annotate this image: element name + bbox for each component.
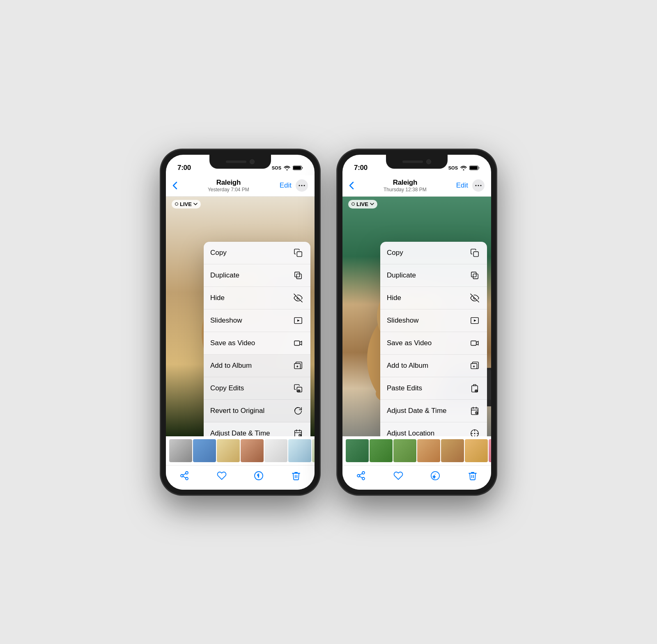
nav-subtitle-right: Thursday 12:38 PM [384, 187, 427, 193]
svg-rect-97 [473, 274, 478, 279]
notch-left [209, 155, 271, 169]
svg-point-126 [431, 472, 439, 480]
menu-item-slideshow-right[interactable]: Slideshow [380, 309, 487, 332]
video-icon-left [292, 337, 304, 349]
copy-edits-icon-left [292, 383, 304, 394]
nav-title-block-right: Raleigh Thursday 12:38 PM [384, 179, 427, 193]
chevron-down-icon-left [193, 203, 198, 205]
menu-item-addalbum-left[interactable]: Add to Album [204, 355, 310, 377]
thumbnail-7-left[interactable] [312, 439, 315, 462]
svg-point-4 [301, 185, 303, 186]
album-icon-right [469, 360, 480, 371]
edit-button-right[interactable]: Edit [456, 181, 468, 190]
svg-point-58 [463, 169, 464, 170]
svg-rect-96 [473, 252, 478, 257]
status-sos-left: SOS [272, 165, 281, 170]
video-icon-right [469, 337, 480, 349]
favorite-button-right[interactable] [389, 467, 407, 485]
context-menu-right: Copy Duplicate [380, 242, 487, 436]
menu-item-hide-left[interactable]: Hide [204, 287, 310, 309]
nav-actions-left: Edit [280, 179, 308, 192]
more-button-right[interactable] [472, 179, 485, 192]
thumbnail-5-right[interactable] [441, 439, 464, 462]
thumbnail-7-right[interactable] [489, 439, 491, 462]
svg-point-118 [474, 433, 475, 434]
svg-rect-30 [294, 341, 300, 345]
thumbnail-strip-right [342, 436, 491, 465]
menu-item-location-right[interactable]: Adjust Location [380, 422, 487, 436]
thumbnail-6-right[interactable] [465, 439, 488, 462]
slideshow-icon-left [292, 315, 304, 326]
paste-edits-icon-right [469, 383, 480, 394]
svg-point-61 [475, 185, 476, 186]
svg-point-127 [435, 474, 436, 474]
svg-line-116 [477, 413, 477, 413]
hide-icon-right [469, 292, 480, 304]
thumbnail-3-right[interactable] [393, 439, 416, 462]
menu-item-revert-left[interactable]: Revert to Original [204, 400, 310, 422]
menu-item-slideshow-left[interactable]: Slideshow [204, 309, 310, 332]
menu-item-savevideo-left[interactable]: Save as Video [204, 332, 310, 355]
menu-item-duplicate-left[interactable]: Duplicate [204, 264, 310, 287]
delete-button-left[interactable] [287, 467, 305, 485]
svg-point-125 [362, 477, 365, 480]
iphone-right-screen: 7:00 SOS [342, 155, 491, 490]
speaker-left [226, 160, 246, 163]
thumbnail-4-left[interactable] [241, 439, 264, 462]
status-icons-right: SOS [448, 165, 480, 170]
location-icon-right [469, 428, 480, 436]
thumbnail-3-left[interactable] [217, 439, 240, 462]
chevron-down-icon-right [370, 203, 374, 205]
svg-line-44 [300, 435, 301, 435]
menu-item-copy-left[interactable]: Copy [204, 242, 310, 264]
iphone-right: 7:00 SOS [337, 149, 497, 495]
thumbnail-4-right[interactable] [417, 439, 440, 462]
back-button-right[interactable] [349, 181, 354, 190]
duplicate-icon-left [292, 270, 304, 281]
slideshow-icon-right [469, 315, 480, 326]
menu-item-hide-right[interactable]: Hide [380, 287, 487, 309]
nav-bar-right: Raleigh Thursday 12:38 PM Edit [342, 175, 491, 197]
iphone-left: 7:00 SOS [160, 149, 320, 495]
thumbnail-5-left[interactable] [264, 439, 287, 462]
datetime-icon-right [469, 405, 480, 417]
menu-item-copy-right[interactable]: Copy [380, 242, 487, 264]
live-dot-right [351, 202, 355, 206]
menu-item-copyedits-left[interactable]: Copy Edits [204, 377, 310, 400]
menu-item-datetime-left[interactable]: Adjust Date & Time [204, 422, 310, 436]
live-badge-left[interactable]: LIVE [172, 200, 201, 209]
thumbnail-1-left[interactable] [169, 439, 192, 462]
thumbnail-1-right[interactable] [346, 439, 369, 462]
svg-point-0 [287, 169, 288, 170]
copy-icon-right [469, 247, 480, 259]
info-button-right[interactable] [426, 467, 444, 485]
more-button-left[interactable] [296, 179, 308, 192]
thumbnail-6-left[interactable] [288, 439, 311, 462]
photo-area-right: LIVE Copy [342, 197, 491, 436]
nav-title-left: Raleigh [208, 179, 249, 187]
back-button-left[interactable] [172, 181, 177, 190]
thumbnail-2-left[interactable] [193, 439, 216, 462]
share-button-left[interactable] [175, 467, 193, 485]
wifi-icon-left [284, 165, 290, 170]
menu-item-datetime-right[interactable]: Adjust Date & Time [380, 400, 487, 422]
status-time-left: 7:00 [177, 164, 191, 172]
thumbnail-strip-left [166, 436, 315, 465]
svg-rect-24 [297, 252, 302, 257]
svg-point-57 [259, 474, 259, 474]
status-time-right: 7:00 [354, 164, 368, 172]
thumbnail-2-right[interactable] [370, 439, 393, 462]
favorite-button-left[interactable] [213, 467, 231, 485]
menu-item-savevideo-right[interactable]: Save as Video [380, 332, 487, 355]
menu-item-duplicate-right[interactable]: Duplicate [380, 264, 487, 287]
camera-left [250, 159, 255, 164]
menu-item-pasteedits-right[interactable]: Paste Edits [380, 377, 487, 400]
photo-area-left: LIVE Copy [166, 197, 315, 436]
menu-item-addalbum-right[interactable]: Add to Album [380, 355, 487, 377]
delete-button-right[interactable] [464, 467, 482, 485]
info-button-left[interactable] [250, 467, 268, 485]
share-button-right[interactable] [352, 467, 370, 485]
edit-button-left[interactable]: Edit [280, 181, 292, 190]
nav-bar-left: Raleigh Yesterday 7:04 PM Edit [166, 175, 315, 197]
live-badge-right[interactable]: LIVE [348, 200, 377, 209]
